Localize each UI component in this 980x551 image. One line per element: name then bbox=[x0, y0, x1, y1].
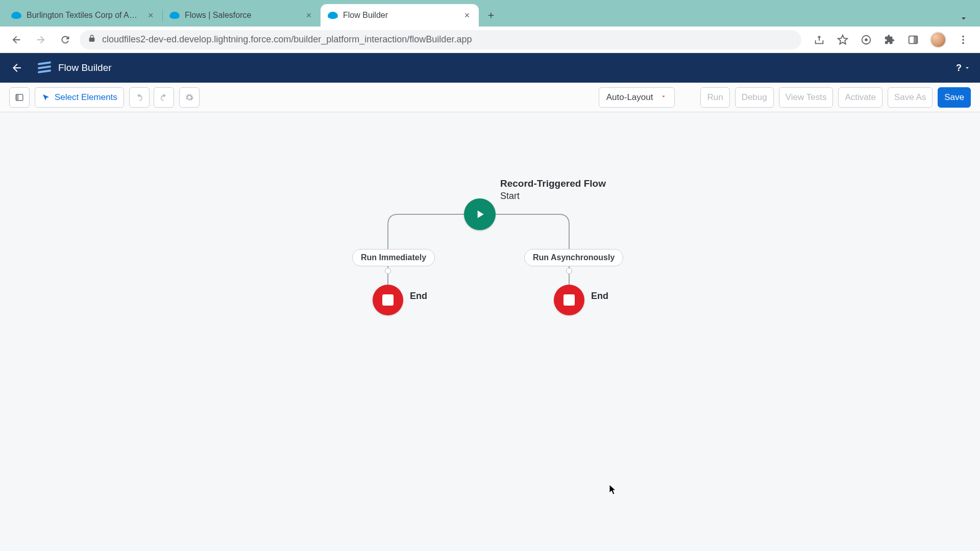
branch-run-immediately[interactable]: Run Immediately bbox=[352, 249, 435, 266]
close-icon[interactable]: × bbox=[304, 11, 313, 20]
browser-tab[interactable]: Burlington Textiles Corp of Am… × bbox=[4, 4, 162, 27]
close-icon[interactable]: × bbox=[146, 11, 155, 20]
redo-icon bbox=[159, 93, 168, 102]
gear-icon bbox=[185, 93, 194, 102]
flow-canvas[interactable]: Record-Triggered Flow Start Run Immediat… bbox=[0, 112, 980, 551]
help-button[interactable]: ? bbox=[956, 63, 971, 73]
add-element-left[interactable] bbox=[385, 268, 391, 274]
bookmark-icon[interactable] bbox=[836, 33, 849, 46]
new-tab-button[interactable] bbox=[482, 6, 500, 24]
tabstrip-overflow[interactable] bbox=[959, 13, 976, 27]
site-settings-icon[interactable] bbox=[860, 33, 873, 46]
svg-point-5 bbox=[962, 39, 964, 41]
lock-icon bbox=[88, 34, 96, 45]
browser-tab-active[interactable]: Flow Builder × bbox=[321, 4, 479, 27]
profile-avatar[interactable] bbox=[930, 32, 946, 48]
start-node-label: Record-Triggered Flow Start bbox=[500, 178, 606, 202]
play-icon bbox=[473, 208, 486, 221]
select-elements-button[interactable]: Select Elements bbox=[35, 87, 124, 108]
tab-title: Burlington Textiles Corp of Am… bbox=[27, 11, 141, 20]
settings-button[interactable] bbox=[179, 87, 200, 108]
end-node-left[interactable] bbox=[373, 285, 403, 315]
chevron-down-icon bbox=[959, 13, 969, 23]
app-header: Flow Builder ? bbox=[0, 53, 980, 83]
layout-mode-select[interactable]: Auto-Layout bbox=[599, 87, 675, 108]
url-input[interactable]: cloudfiles2-dev-ed.develop.lightning.for… bbox=[80, 30, 801, 49]
activate-button[interactable]: Activate bbox=[838, 87, 882, 108]
end-label-left: End bbox=[410, 291, 427, 302]
save-as-button[interactable]: Save As bbox=[888, 87, 933, 108]
forward-button[interactable] bbox=[31, 30, 51, 50]
redo-button[interactable] bbox=[154, 87, 174, 108]
undo-button[interactable] bbox=[129, 87, 150, 108]
browser-address-bar: cloudfiles2-dev-ed.develop.lightning.for… bbox=[0, 27, 980, 53]
undo-redo-group bbox=[129, 87, 174, 108]
layout-mode-label: Auto-Layout bbox=[606, 92, 653, 103]
start-node-subtitle: Start bbox=[500, 191, 520, 201]
svg-rect-3 bbox=[914, 36, 917, 43]
share-icon[interactable] bbox=[813, 33, 826, 46]
add-element-right[interactable] bbox=[566, 268, 572, 274]
tab-title: Flow Builder bbox=[343, 11, 457, 20]
start-node[interactable] bbox=[464, 198, 496, 230]
salesforce-cloud-icon bbox=[328, 12, 338, 19]
plus-icon bbox=[486, 11, 496, 20]
help-icon: ? bbox=[956, 63, 962, 73]
app-title: Flow Builder bbox=[58, 62, 112, 73]
app-back-button[interactable] bbox=[9, 60, 24, 76]
svg-rect-8 bbox=[16, 94, 18, 101]
back-button[interactable] bbox=[6, 30, 27, 50]
svg-point-1 bbox=[865, 38, 868, 41]
flow-connectors bbox=[0, 112, 980, 551]
tab-title: Flows | Salesforce bbox=[185, 11, 299, 20]
reload-button[interactable] bbox=[55, 30, 76, 50]
svg-point-6 bbox=[962, 42, 964, 44]
branch-run-asynchronously[interactable]: Run Asynchronously bbox=[524, 249, 623, 266]
end-label-right: End bbox=[591, 291, 608, 302]
side-panel-icon[interactable] bbox=[906, 33, 920, 46]
start-node-title: Record-Triggered Flow bbox=[500, 178, 606, 190]
chevron-down-icon bbox=[660, 92, 667, 103]
save-button[interactable]: Save bbox=[938, 87, 971, 108]
panel-left-icon bbox=[15, 93, 24, 102]
svg-point-4 bbox=[962, 35, 964, 37]
cursor-select-icon bbox=[41, 93, 51, 102]
address-actions bbox=[805, 32, 974, 48]
salesforce-cloud-icon bbox=[169, 12, 180, 19]
url-text: cloudfiles2-dev-ed.develop.lightning.for… bbox=[102, 34, 472, 45]
close-icon[interactable]: × bbox=[462, 11, 472, 20]
arrow-right-icon bbox=[35, 34, 46, 45]
reload-icon bbox=[60, 34, 71, 45]
arrow-left-icon bbox=[11, 34, 22, 45]
debug-button[interactable]: Debug bbox=[735, 87, 774, 108]
view-tests-button[interactable]: View Tests bbox=[779, 87, 834, 108]
toggle-left-panel-button[interactable] bbox=[9, 87, 30, 108]
salesforce-cloud-icon bbox=[11, 12, 21, 19]
builder-toolbar: Select Elements Auto-Layout Run Debug Vi… bbox=[0, 83, 980, 112]
chevron-down-icon bbox=[964, 64, 971, 71]
arrow-left-icon bbox=[11, 62, 23, 74]
select-elements-label: Select Elements bbox=[55, 92, 117, 103]
undo-icon bbox=[135, 93, 144, 102]
run-button[interactable]: Run bbox=[700, 87, 729, 108]
flow-builder-logo-icon bbox=[38, 62, 51, 73]
extensions-icon[interactable] bbox=[883, 33, 896, 46]
end-node-right[interactable] bbox=[554, 285, 584, 315]
kebab-menu-icon[interactable] bbox=[957, 33, 970, 46]
browser-tab-strip: Burlington Textiles Corp of Am… × Flows … bbox=[0, 0, 980, 27]
browser-tab[interactable]: Flows | Salesforce × bbox=[162, 4, 321, 27]
